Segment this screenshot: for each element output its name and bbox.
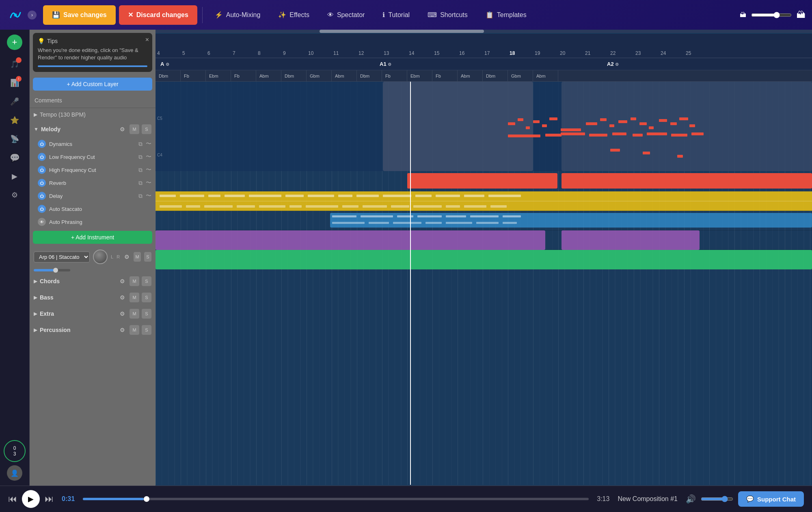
- bass-block: [330, 213, 812, 228]
- sidebar-item-discord[interactable]: 💬: [7, 150, 22, 165]
- chords-section-header[interactable]: ▶ Chords ⚙ M S: [30, 273, 155, 289]
- pan-knob[interactable]: [93, 249, 108, 264]
- track-power-auto-staccato[interactable]: ⏻: [38, 205, 46, 213]
- sidebar-item-settings[interactable]: ⚙: [7, 187, 22, 203]
- bass-gear-button[interactable]: ⚙: [117, 293, 127, 302]
- bottom-player: ⏮ ▶ ⏭ 0:31 3:13 New Composition #1 🔊 💬 S…: [0, 486, 812, 512]
- tips-progress-bar: [38, 65, 147, 67]
- bass-lane[interactable]: [155, 211, 812, 230]
- tempo-row[interactable]: ▶ Tempo (130 BPM): [30, 108, 155, 121]
- sidebar-item-broadcast[interactable]: 📡: [7, 131, 22, 147]
- extra-lane[interactable]: [155, 230, 812, 250]
- percussion-m-button[interactable]: M: [130, 325, 139, 335]
- timeline-ruler[interactable]: 4 5 6 7 8 9 10 11 12 13 14 15 16 17 18 1…: [155, 34, 812, 58]
- sidebar-item-mic[interactable]: 🎤: [7, 94, 22, 109]
- sidebar-item-notes[interactable]: 🎵: [7, 56, 22, 72]
- track-power-high-freq[interactable]: ⏻: [38, 166, 46, 174]
- chord-gbm-1: Gbm: [307, 70, 332, 81]
- melody-m-button[interactable]: M: [130, 124, 139, 134]
- player-volume-slider[interactable]: [701, 496, 733, 502]
- progress-bar[interactable]: [83, 498, 589, 500]
- instrument-gear-button[interactable]: ⚙: [123, 252, 130, 262]
- volume-circle[interactable]: 0 3: [4, 440, 26, 462]
- templates-button[interactable]: 📋 Templates: [478, 5, 534, 25]
- bass-s-button[interactable]: S: [142, 293, 151, 302]
- horizontal-scrollbar[interactable]: [155, 30, 812, 33]
- arp-lane[interactable]: [155, 171, 812, 191]
- bass-section-header[interactable]: ▶ Bass ⚙ M S: [30, 289, 155, 306]
- previous-button[interactable]: ⏮: [8, 494, 17, 504]
- extra-m-button[interactable]: M: [130, 309, 139, 319]
- track-power-delay[interactable]: ⏻: [38, 192, 46, 200]
- progress-thumb[interactable]: [144, 496, 149, 502]
- percussion-section-header[interactable]: ▶ Percussion ⚙ M S: [30, 322, 155, 338]
- sidebar-item-star[interactable]: ⭐: [7, 113, 22, 128]
- extra-s-button[interactable]: S: [142, 309, 151, 319]
- ruler-mark-6: 6: [206, 50, 231, 56]
- sidebar-item-video[interactable]: ▶: [7, 169, 22, 184]
- track-copy-dynamics[interactable]: ⧉: [138, 141, 143, 148]
- instrument-volume-thumb[interactable]: [53, 268, 58, 273]
- track-wave-high-freq[interactable]: 〜: [146, 166, 151, 174]
- tips-close-button[interactable]: ×: [145, 36, 149, 43]
- track-power-dynamics[interactable]: ⏻: [38, 140, 46, 148]
- track-power-reverb[interactable]: ⏻: [38, 179, 46, 187]
- track-wave-low-freq[interactable]: 〜: [146, 153, 151, 161]
- melody-piano-roll-region[interactable]: C5 C4: [155, 82, 812, 171]
- shortcuts-icon: ⌨: [428, 11, 437, 19]
- melody-gear-button[interactable]: ⚙: [117, 124, 127, 134]
- tutorial-icon: ℹ: [382, 11, 385, 19]
- svg-rect-46: [488, 195, 521, 197]
- track-copy-reverb[interactable]: ⧉: [138, 180, 143, 187]
- extra-block-1: [155, 230, 545, 250]
- percussion-s-button[interactable]: S: [142, 325, 151, 335]
- percussion-gear-button[interactable]: ⚙: [117, 325, 127, 335]
- main-piano-roll[interactable]: 4 5 6 7 8 9 10 11 12 13 14 15 16 17 18 1…: [155, 30, 812, 486]
- track-power-auto-phrasing[interactable]: 👁: [38, 218, 46, 226]
- comments-row[interactable]: Comments: [30, 93, 155, 108]
- track-wave-reverb[interactable]: 〜: [146, 179, 151, 187]
- progress-fill: [83, 498, 144, 500]
- add-instrument-button[interactable]: + Add Instrument: [33, 231, 152, 244]
- auto-mixing-button[interactable]: ⚡ Auto-Mixing: [207, 5, 268, 25]
- play-button[interactable]: ▶: [22, 490, 40, 508]
- logo-chevron[interactable]: ›: [28, 11, 37, 20]
- track-copy-high-freq[interactable]: ⧉: [138, 167, 143, 174]
- extra-gear-button[interactable]: ⚙: [117, 309, 127, 319]
- chords-s-button[interactable]: S: [142, 276, 151, 286]
- chords-gear-button[interactable]: ⚙: [117, 276, 127, 286]
- track-wave-dynamics[interactable]: 〜: [146, 140, 151, 148]
- scroll-thumb[interactable]: [320, 30, 484, 33]
- instrument-m-button[interactable]: M: [134, 252, 141, 262]
- support-chat-button[interactable]: 💬 Support Chat: [738, 491, 804, 507]
- track-copy-delay[interactable]: ⧉: [138, 193, 143, 200]
- track-copy-low-freq[interactable]: ⧉: [138, 154, 143, 161]
- piano-roll-content[interactable]: C5 C4: [155, 82, 812, 485]
- instrument-select[interactable]: Arp 06 | Staccato: [34, 252, 90, 263]
- chords-lane[interactable]: [155, 191, 812, 211]
- add-custom-layer-button[interactable]: + Add Custom Layer: [33, 78, 152, 91]
- tutorial-button[interactable]: ℹ Tutorial: [375, 5, 417, 25]
- svg-rect-51: [259, 205, 285, 208]
- chords-m-button[interactable]: M: [130, 276, 139, 286]
- discard-button[interactable]: ✕ Discard changes: [119, 5, 197, 25]
- effects-button[interactable]: ✨ Effects: [271, 5, 317, 25]
- next-button[interactable]: ⏭: [45, 494, 54, 504]
- master-volume-slider[interactable]: [751, 12, 792, 18]
- add-button[interactable]: +: [7, 35, 22, 50]
- save-button[interactable]: 💾 Save changes: [43, 5, 116, 25]
- melody-s-button[interactable]: S: [142, 124, 151, 134]
- spectator-button[interactable]: 👁 Spectator: [320, 5, 372, 25]
- track-wave-delay[interactable]: 〜: [146, 192, 151, 200]
- percussion-lane[interactable]: [155, 250, 812, 269]
- melody-section-header[interactable]: ▼ Melody ⚙ M S: [30, 121, 155, 137]
- chord-gbm-2: Gbm: [508, 70, 533, 81]
- shortcuts-button[interactable]: ⌨ Shortcuts: [420, 5, 475, 25]
- instrument-volume-bar[interactable]: [34, 269, 70, 271]
- user-avatar[interactable]: 👤: [7, 465, 22, 481]
- extra-section-header[interactable]: ▶ Extra ⚙ M S: [30, 306, 155, 322]
- bass-m-button[interactable]: M: [130, 293, 139, 302]
- instrument-s-button[interactable]: S: [144, 252, 151, 262]
- sidebar-item-layers[interactable]: 📊 !: [7, 75, 22, 91]
- track-power-low-freq[interactable]: ⏻: [38, 153, 46, 161]
